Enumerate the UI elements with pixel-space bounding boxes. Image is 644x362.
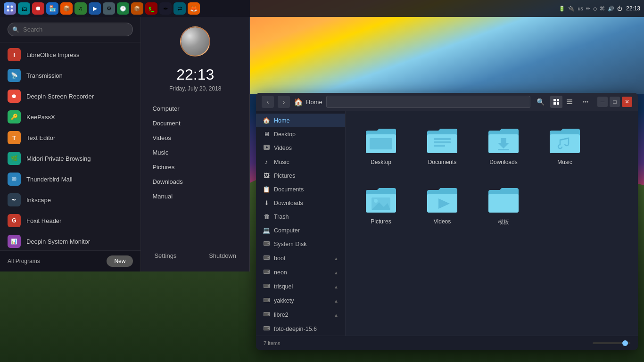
sidebar-item-computer[interactable]: 💻 Computer <box>256 223 345 237</box>
start-menu: 🔍 I LibreOffice Impress 📡 Transmission ⏺… <box>0 17 250 272</box>
app-item-transmission[interactable]: 📡 Transmission <box>0 65 140 86</box>
fm-list-view-button[interactable] <box>563 96 576 108</box>
start-menu-bottom: All Programs New <box>0 250 140 272</box>
sidebar-item-trisquel[interactable]: trisquel ▲ <box>256 280 345 294</box>
folder-videos[interactable]: Videos <box>416 180 468 231</box>
taskbar-firefox[interactable]: 🦊 <box>188 2 200 15</box>
folder-desktop[interactable]: Desktop <box>355 120 407 170</box>
sidebar-item-pictures[interactable]: 🖼 Pictures <box>256 169 345 182</box>
nav-videos[interactable]: Videos <box>149 131 242 145</box>
fm-menu-button[interactable] <box>579 96 592 108</box>
app-icon-keepassx: 🔑 <box>8 110 21 123</box>
sidebar-item-documents[interactable]: 📋 Documents <box>256 182 345 196</box>
nav-computer[interactable]: Computer <box>149 101 242 116</box>
nav-pictures[interactable]: Pictures <box>149 160 242 174</box>
sidebar-item-libre2[interactable]: libre2 ▲ <box>256 308 345 322</box>
app-icon-foxit: G <box>8 214 21 227</box>
svg-point-36 <box>267 328 269 329</box>
folder-documents[interactable]: Documents <box>416 120 468 170</box>
nav-downloads[interactable]: Downloads <box>149 174 242 189</box>
fm-zoom-slider[interactable] <box>593 342 630 344</box>
nav-music[interactable]: Music <box>149 145 242 160</box>
sidebar-item-boot[interactable]: boot ▲ <box>256 251 345 265</box>
app-icon-midori: 🌿 <box>8 152 21 165</box>
fm-minimize-button[interactable]: ─ <box>597 97 608 107</box>
folder-music[interactable]: Music <box>539 120 591 170</box>
sidebar-item-trash[interactable]: 🗑 Trash <box>256 210 345 223</box>
tray-volume: 🔊 <box>608 6 614 12</box>
taskbar-file-manager[interactable]: 🗂 <box>18 2 30 15</box>
sidebar-item-downloads[interactable]: ⬇ Downloads <box>256 196 345 210</box>
libre2-eject-icon[interactable]: ▲ <box>334 313 339 318</box>
sidebar-item-foto-deepin[interactable]: foto-deepin-15.6 <box>256 322 345 336</box>
taskbar-media[interactable]: ▶ <box>89 2 101 15</box>
taskbar-package[interactable]: 📦 <box>60 2 73 15</box>
sidebar-item-yakkety[interactable]: yakkety ▲ <box>256 294 345 308</box>
fm-close-button[interactable]: ✕ <box>622 97 632 107</box>
fm-back-button[interactable]: ‹ <box>262 96 274 108</box>
svg-point-2 <box>7 9 9 12</box>
downloads-sidebar-icon: ⬇ <box>263 199 270 206</box>
nav-manual[interactable]: Manual <box>149 189 242 204</box>
folder-downloads[interactable]: Downloads <box>478 120 529 170</box>
app-item-screen-recorder[interactable]: ⏺ Deepin Screen Recorder <box>0 86 140 107</box>
all-programs-label[interactable]: All Programs <box>8 258 40 264</box>
foto-deepin-sidebar-icon <box>263 325 270 333</box>
trisquel-eject-icon[interactable]: ▲ <box>334 284 339 289</box>
fm-location: 🏠 Home <box>294 98 322 107</box>
menu-nav: Computer Document Videos Music Pictures … <box>149 101 242 204</box>
taskbar-music[interactable]: ♫ <box>74 2 87 15</box>
taskbar-archive[interactable]: 📦 <box>131 2 143 15</box>
sidebar-item-desktop[interactable]: 🖥 Desktop <box>256 127 345 141</box>
sidebar-item-videos[interactable]: Videos <box>256 141 345 155</box>
app-item-keepassx[interactable]: 🔑 KeePassX <box>0 107 140 127</box>
folder-templates[interactable]: 模板 <box>478 180 529 231</box>
svg-point-27 <box>267 285 269 287</box>
music-sidebar-icon: ♪ <box>263 158 270 165</box>
app-icon-thunderbird: ✉ <box>8 173 21 186</box>
fm-zoom-thumb <box>622 340 628 346</box>
fm-grid-view-button[interactable] <box>550 96 562 108</box>
app-item-impress[interactable]: I LibreOffice Impress <box>0 44 140 65</box>
taskbar-transfer[interactable]: ⇄ <box>173 2 186 15</box>
search-input[interactable] <box>8 23 133 36</box>
fm-address-bar[interactable] <box>326 96 530 108</box>
neon-eject-icon[interactable]: ▲ <box>334 270 339 275</box>
folder-videos-icon <box>425 184 459 214</box>
app-item-midori[interactable]: 🌿 Midori Private Browsing <box>0 148 140 169</box>
taskbar-terminal[interactable]: $_ <box>145 2 157 15</box>
app-item-inkscape[interactable]: ✒ Inkscape <box>0 189 140 210</box>
svg-point-12 <box>585 101 586 103</box>
yakkety-eject-icon[interactable]: ▲ <box>334 298 339 304</box>
app-item-thunderbird[interactable]: ✉ Thunderbird Mail <box>0 169 140 189</box>
folder-downloads-label: Downloads <box>489 159 517 165</box>
fm-folder-grid: Desktop Documents <box>355 120 628 231</box>
taskbar-screen-recorder[interactable]: ⏺ <box>32 2 44 15</box>
fm-search-button[interactable]: 🔍 <box>534 96 546 108</box>
tray-network: 🔌 <box>568 6 575 12</box>
sidebar-item-neon[interactable]: neon ▲ <box>256 265 345 280</box>
boot-eject-icon[interactable]: ▲ <box>334 256 339 261</box>
neon-sidebar-icon <box>263 269 270 276</box>
fm-maximize-button[interactable]: □ <box>610 97 620 107</box>
sidebar-item-system-disk[interactable]: System Disk <box>256 237 345 251</box>
app-item-text-editor[interactable]: T Text Editor <box>0 127 140 148</box>
sidebar-item-home[interactable]: 🏠 Home <box>256 114 345 127</box>
taskbar-ink[interactable]: ✒ <box>159 2 172 15</box>
sidebar-item-music[interactable]: ♪ Music <box>256 155 345 169</box>
system-disk-sidebar-icon <box>263 240 270 248</box>
taskbar-store[interactable]: 🏪 <box>46 2 58 15</box>
taskbar-settings[interactable]: ⚙ <box>103 2 115 15</box>
app-launcher-icon[interactable] <box>4 2 16 15</box>
fm-forward-button[interactable]: › <box>278 96 290 108</box>
app-icon-impress: I <box>8 48 21 61</box>
taskbar-clock[interactable]: 🕐 <box>117 2 129 15</box>
app-item-foxit[interactable]: G Foxit Reader <box>0 210 140 231</box>
folder-pictures[interactable]: Pictures <box>355 180 407 231</box>
shutdown-button[interactable]: Shutdown <box>203 249 242 262</box>
new-button[interactable]: New <box>107 255 133 267</box>
nav-document[interactable]: Document <box>149 116 242 131</box>
taskbar: 🗂 ⏺ 🏪 📦 ♫ ▶ ⚙ 🕐 📦 $_ ✒ ⇄ 🦊 🔋 🔌 us ✏ ◇ ⌘ … <box>0 0 644 17</box>
app-item-system-monitor[interactable]: 📊 Deepin System Monitor <box>0 231 140 250</box>
settings-button[interactable]: Settings <box>149 249 182 262</box>
